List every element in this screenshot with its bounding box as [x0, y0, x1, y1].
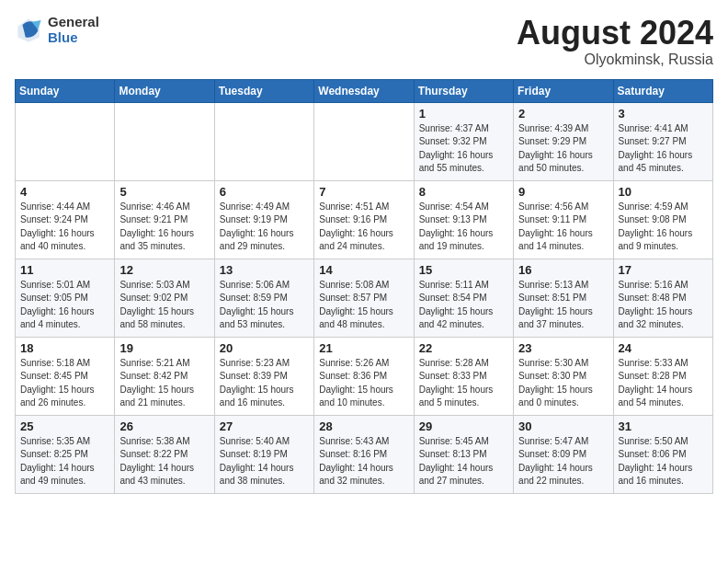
calendar-cell: 20Sunrise: 5:23 AMSunset: 8:39 PMDayligh…: [214, 337, 313, 415]
calendar-cell: 12Sunrise: 5:03 AMSunset: 9:02 PMDayligh…: [115, 259, 214, 337]
title-block: August 2024 Olyokminsk, Russia: [517, 15, 713, 68]
logo-general-text: General: [48, 15, 99, 30]
calendar-cell: 23Sunrise: 5:30 AMSunset: 8:30 PMDayligh…: [514, 337, 613, 415]
calendar-cell: 15Sunrise: 5:11 AMSunset: 8:54 PMDayligh…: [414, 259, 513, 337]
calendar-cell: 29Sunrise: 5:45 AMSunset: 8:13 PMDayligh…: [414, 415, 513, 493]
day-info: Sunrise: 5:43 AMSunset: 8:16 PMDaylight:…: [319, 435, 408, 488]
day-info: Sunrise: 5:21 AMSunset: 8:42 PMDaylight:…: [119, 357, 209, 410]
day-number: 23: [518, 341, 608, 355]
calendar-cell: 30Sunrise: 5:47 AMSunset: 8:09 PMDayligh…: [514, 415, 613, 493]
day-number: 6: [220, 185, 309, 199]
day-info: Sunrise: 4:37 AMSunset: 9:32 PMDaylight:…: [419, 122, 508, 176]
day-info: Sunrise: 5:03 AMSunset: 9:02 PMDaylight:…: [119, 279, 209, 332]
day-number: 5: [119, 185, 209, 199]
day-number: 21: [319, 341, 408, 355]
day-info: Sunrise: 5:40 AMSunset: 8:19 PMDaylight:…: [220, 435, 309, 488]
day-number: 24: [619, 341, 708, 355]
day-info: Sunrise: 5:28 AMSunset: 8:33 PMDaylight:…: [419, 357, 508, 410]
calendar-week-3: 11Sunrise: 5:01 AMSunset: 9:05 PMDayligh…: [16, 259, 713, 337]
day-info: Sunrise: 4:51 AMSunset: 9:16 PMDaylight:…: [319, 201, 408, 254]
logo-text: General Blue: [48, 15, 99, 45]
day-number: 29: [419, 419, 508, 433]
day-info: Sunrise: 5:06 AMSunset: 8:59 PMDaylight:…: [220, 279, 309, 332]
day-info: Sunrise: 5:08 AMSunset: 8:57 PMDaylight:…: [319, 279, 408, 332]
day-number: 9: [518, 185, 608, 199]
day-info: Sunrise: 5:18 AMSunset: 8:45 PMDaylight:…: [20, 357, 109, 410]
calendar-cell: 27Sunrise: 5:40 AMSunset: 8:19 PMDayligh…: [214, 415, 313, 493]
day-number: 17: [619, 263, 708, 277]
logo: General Blue: [15, 15, 99, 45]
calendar-cell: 24Sunrise: 5:33 AMSunset: 8:28 PMDayligh…: [613, 337, 712, 415]
day-number: 2: [518, 107, 608, 121]
day-info: Sunrise: 4:59 AMSunset: 9:08 PMDaylight:…: [619, 201, 708, 254]
day-info: Sunrise: 5:30 AMSunset: 8:30 PMDaylight:…: [518, 357, 608, 410]
calendar-week-2: 4Sunrise: 4:44 AMSunset: 9:24 PMDaylight…: [16, 180, 713, 259]
day-info: Sunrise: 5:23 AMSunset: 8:39 PMDaylight:…: [220, 357, 309, 410]
weekday-header-monday: Monday: [115, 79, 214, 102]
weekday-header-wednesday: Wednesday: [314, 79, 414, 102]
calendar-cell: [214, 102, 313, 180]
calendar-cell: 7Sunrise: 4:51 AMSunset: 9:16 PMDaylight…: [314, 180, 414, 259]
calendar-cell: 26Sunrise: 5:38 AMSunset: 8:22 PMDayligh…: [115, 415, 214, 493]
calendar-cell: 17Sunrise: 5:16 AMSunset: 8:48 PMDayligh…: [613, 259, 712, 337]
day-info: Sunrise: 5:45 AMSunset: 8:13 PMDaylight:…: [419, 435, 508, 488]
calendar-cell: 21Sunrise: 5:26 AMSunset: 8:36 PMDayligh…: [314, 337, 414, 415]
page: General Blue August 2024 Olyokminsk, Rus…: [0, 0, 728, 503]
day-info: Sunrise: 5:50 AMSunset: 8:06 PMDaylight:…: [619, 435, 708, 488]
calendar-cell: 2Sunrise: 4:39 AMSunset: 9:29 PMDaylight…: [514, 102, 613, 180]
calendar-cell: 31Sunrise: 5:50 AMSunset: 8:06 PMDayligh…: [613, 415, 712, 493]
day-number: 11: [20, 263, 109, 277]
calendar-cell: 28Sunrise: 5:43 AMSunset: 8:16 PMDayligh…: [314, 415, 414, 493]
day-number: 10: [619, 185, 708, 199]
calendar-cell: 16Sunrise: 5:13 AMSunset: 8:51 PMDayligh…: [514, 259, 613, 337]
day-info: Sunrise: 5:47 AMSunset: 8:09 PMDaylight:…: [518, 435, 608, 488]
calendar-cell: 13Sunrise: 5:06 AMSunset: 8:59 PMDayligh…: [214, 259, 313, 337]
calendar-subtitle: Olyokminsk, Russia: [517, 52, 713, 68]
calendar-cell: 22Sunrise: 5:28 AMSunset: 8:33 PMDayligh…: [414, 337, 513, 415]
calendar-cell: [314, 102, 414, 180]
day-number: 14: [319, 263, 408, 277]
weekday-header-friday: Friday: [514, 79, 613, 102]
day-info: Sunrise: 4:44 AMSunset: 9:24 PMDaylight:…: [20, 201, 109, 254]
day-info: Sunrise: 5:01 AMSunset: 9:05 PMDaylight:…: [20, 279, 109, 332]
day-info: Sunrise: 5:33 AMSunset: 8:28 PMDaylight:…: [619, 357, 708, 410]
weekday-header-sunday: Sunday: [16, 79, 115, 102]
calendar-cell: 19Sunrise: 5:21 AMSunset: 8:42 PMDayligh…: [115, 337, 214, 415]
day-info: Sunrise: 5:38 AMSunset: 8:22 PMDaylight:…: [119, 435, 209, 488]
day-info: Sunrise: 5:26 AMSunset: 8:36 PMDaylight:…: [319, 357, 408, 410]
weekday-header-row: SundayMondayTuesdayWednesdayThursdayFrid…: [16, 79, 713, 102]
calendar-cell: 1Sunrise: 4:37 AMSunset: 9:32 PMDaylight…: [414, 102, 513, 180]
day-number: 3: [619, 107, 708, 121]
day-number: 20: [220, 341, 309, 355]
calendar-table: SundayMondayTuesdayWednesdayThursdayFrid…: [15, 79, 713, 494]
day-number: 30: [518, 419, 608, 433]
calendar-cell: 25Sunrise: 5:35 AMSunset: 8:25 PMDayligh…: [16, 415, 115, 493]
day-number: 12: [119, 263, 209, 277]
calendar-title: August 2024: [517, 15, 713, 52]
day-number: 4: [20, 185, 109, 199]
day-number: 1: [419, 107, 508, 121]
calendar-cell: [16, 102, 115, 180]
calendar-week-4: 18Sunrise: 5:18 AMSunset: 8:45 PMDayligh…: [16, 337, 713, 415]
day-info: Sunrise: 4:46 AMSunset: 9:21 PMDaylight:…: [119, 201, 209, 254]
day-number: 16: [518, 263, 608, 277]
weekday-header-saturday: Saturday: [613, 79, 712, 102]
calendar-cell: 11Sunrise: 5:01 AMSunset: 9:05 PMDayligh…: [16, 259, 115, 337]
calendar-cell: 14Sunrise: 5:08 AMSunset: 8:57 PMDayligh…: [314, 259, 414, 337]
header: General Blue August 2024 Olyokminsk, Rus…: [15, 15, 713, 68]
day-info: Sunrise: 5:35 AMSunset: 8:25 PMDaylight:…: [20, 435, 109, 488]
calendar-cell: 4Sunrise: 4:44 AMSunset: 9:24 PMDaylight…: [16, 180, 115, 259]
day-number: 18: [20, 341, 109, 355]
calendar-cell: 6Sunrise: 4:49 AMSunset: 9:19 PMDaylight…: [214, 180, 313, 259]
logo-icon: [15, 16, 44, 45]
calendar-week-5: 25Sunrise: 5:35 AMSunset: 8:25 PMDayligh…: [16, 415, 713, 493]
calendar-week-1: 1Sunrise: 4:37 AMSunset: 9:32 PMDaylight…: [16, 102, 713, 180]
calendar-cell: [115, 102, 214, 180]
calendar-cell: 8Sunrise: 4:54 AMSunset: 9:13 PMDaylight…: [414, 180, 513, 259]
weekday-header-tuesday: Tuesday: [214, 79, 313, 102]
day-number: 27: [220, 419, 309, 433]
day-number: 15: [419, 263, 508, 277]
day-number: 13: [220, 263, 309, 277]
day-number: 8: [419, 185, 508, 199]
day-info: Sunrise: 5:11 AMSunset: 8:54 PMDaylight:…: [419, 279, 508, 332]
